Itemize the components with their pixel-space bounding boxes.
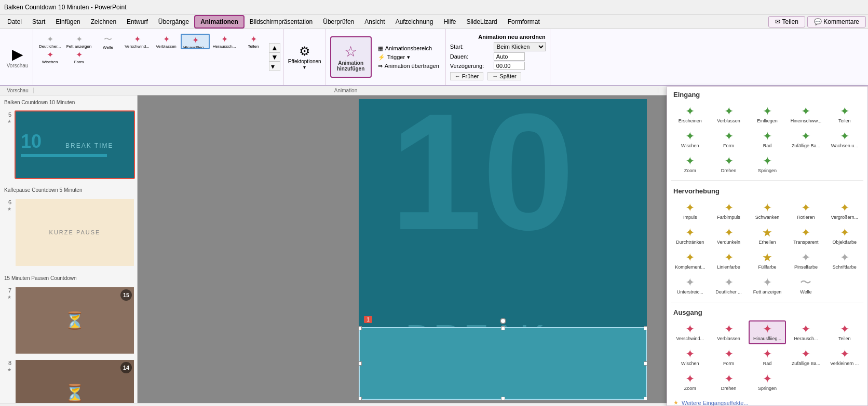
dauer-input[interactable] [494,52,525,61]
anim-zufaellige-ba-in[interactable]: ✦Zufällige Ba... [787,128,824,151]
trigger-button[interactable]: ⚡ Trigger ▾ [378,54,439,61]
further-effects-link[interactable]: ★ Weitere Eingangseffekte... [667,396,867,405]
menu-ueberpruefen[interactable]: Überprüfen [318,16,359,27]
scroll-expand-arrow[interactable]: ▾ [269,62,280,71]
anim-zufaellige-out[interactable]: ✦Zufällige Ba... [787,345,824,369]
canvas-selected-box[interactable] [359,327,647,400]
menu-start[interactable]: Start [27,16,50,27]
ribbon-anim-fett[interactable]: ✦Fett anzeigen [64,34,93,49]
menu-uebergaenge[interactable]: Übergänge [153,16,194,27]
anim-verblassen-in[interactable]: ✦Verblassen [710,103,747,127]
slide5-thumb[interactable]: 10 BREAK TIME [15,110,135,179]
slide-canvas[interactable]: 10 BREAK 1 [359,99,647,400]
ribbon-anim-teilen[interactable]: ✦Teilen [239,34,268,49]
anim-transparent[interactable]: ✦Transparent [787,224,824,248]
anim-objektfarbe[interactable]: ✦Objektfarbe [826,224,863,248]
anim-erscheinen[interactable]: ✦Erscheinen [671,103,709,127]
slide8-thumb[interactable]: ⏳ 14 [15,359,135,403]
rotate-handle[interactable] [500,318,506,324]
ribbon-anim-verschwind[interactable]: ✦Verschwind... [123,34,152,49]
anim-fett-h[interactable]: ✦Fett anzeigen [749,274,786,298]
menu-aufzeichnung[interactable]: Aufzeichnung [390,16,439,27]
slide6-thumb[interactable]: KURZE PAUSE [15,198,135,267]
slide7-thumb[interactable]: ⏳ 15 [15,286,135,355]
anim-linienfarbe[interactable]: ✦Linienfarbe [710,249,747,273]
handle-tm[interactable] [501,326,505,330]
frueher-button[interactable]: ← Früher [450,72,483,80]
menu-slidelizard[interactable]: SlideLizard [461,16,502,27]
ribbon-anim-form[interactable]: ✦Form [64,49,93,65]
anim-verkleinern[interactable]: ✦Verkleinern ... [826,345,863,369]
ribbon-anim-deutlicher[interactable]: ✦Deutlicher... [35,34,64,49]
anim-hinausfliegen-out[interactable]: ✦Hinausfliieg... [749,320,786,344]
anim-springen-out[interactable]: ✦Springen [749,370,786,394]
handle-mr[interactable] [644,361,647,366]
anim-komplement[interactable]: ✦Komplement... [671,249,709,273]
handle-tl[interactable] [359,326,362,330]
anim-drehen-in[interactable]: ✦Drehen [710,152,747,176]
anim-schriftfarbe[interactable]: ✦Schriftfarbe [826,249,863,273]
anim-verblassen-out[interactable]: ✦Verblassen [710,320,747,344]
anim-verschwind-out[interactable]: ✦Verschwind... [671,320,709,344]
anim-wachsen[interactable]: ✦Wachsen u... [826,128,863,151]
menu-hilfe[interactable]: Hilfe [438,16,461,27]
ribbon-anim-hinausfliegen[interactable]: ✦Hinausflieg... [181,34,210,49]
anim-durchtranken[interactable]: ✦Durchtränken [671,224,709,248]
anim-pinselfarbe[interactable]: ✦Pinselfarbe [787,249,824,273]
anim-drehen-out[interactable]: ✦Drehen [710,370,747,394]
anim-zoom-out[interactable]: ✦Zoom [671,370,709,394]
menu-datei[interactable]: Datei [2,16,27,27]
handle-br[interactable] [644,397,647,400]
effektoptionen-arrow[interactable]: ▾ [303,64,306,70]
scroll-up-arrow[interactable]: ▲ [269,43,280,52]
anim-teilen-out[interactable]: ✦Teilen [826,320,863,344]
handle-bm[interactable] [501,397,505,400]
anim-unterstreic[interactable]: ✦Unterstreic... [671,274,709,298]
spaeter-button[interactable]: → Später [487,72,521,80]
anim-verdunkeln[interactable]: ✦Verdunkeln [710,224,747,248]
anim-schwanken[interactable]: ✦Schwanken [749,199,786,223]
teilen-button[interactable]: ✉ Teilen [768,16,805,27]
anim-hinzufuegen-button[interactable]: ☆ Animationhinzufügen [330,36,372,78]
handle-bl[interactable] [359,397,362,400]
ribbon-anim-wischen[interactable]: ✦Wischen [35,49,64,65]
anim-impuls[interactable]: ✦Impuls [671,199,709,223]
ribbon-anim-welle[interactable]: 〜Welle [93,34,123,49]
anim-form-out[interactable]: ✦Form [710,345,747,369]
kommentare-button[interactable]: 💬 Kommentare [807,16,866,27]
effektoptionen-label[interactable]: Effektoptionen [288,59,321,64]
anim-deutlicher-h[interactable]: ✦Deutlicher ... [710,274,747,298]
anim-farbimpuls[interactable]: ✦Farbimpuls [710,199,747,223]
anim-rotieren[interactable]: ✦Rotieren [787,199,824,223]
anim-form-in[interactable]: ✦Form [710,128,747,151]
verzoegerung-input[interactable] [494,62,525,70]
anim-zoom-in[interactable]: ✦Zoom [671,152,709,176]
menu-bildschirm[interactable]: Bildschirmpräsentation [245,16,318,27]
anim-teilen-in[interactable]: ✦Teilen [826,103,863,127]
start-select[interactable]: Beim Klicken Mit vorherigem Nach vorheri… [494,42,546,51]
anim-erhellen[interactable]: ★Erhellen [749,224,786,248]
menu-entwurf[interactable]: Entwurf [121,16,153,27]
ribbon-anim-verblassen[interactable]: ✦Verblassen [152,34,181,49]
anim-welle-h[interactable]: 〜Welle [787,274,824,298]
menu-formformat[interactable]: Formformat [503,16,545,27]
anim-wischen-out[interactable]: ✦Wischen [671,345,709,369]
anim-wischen-in[interactable]: ✦Wischen [671,128,709,151]
ribbon-anim-heraussch[interactable]: ✦Heraussch... [210,34,239,49]
anim-uebertragen-button[interactable]: ⇒ Animation übertragen [378,63,439,69]
handle-tr[interactable] [644,326,647,330]
menu-zeichnen[interactable]: Zeichnen [86,16,121,27]
handle-ml[interactable] [359,361,362,366]
anim-springen-in[interactable]: ✦Springen [749,152,786,176]
anim-hineinschww[interactable]: ✦Hineinschww... [787,103,824,127]
animationsbereich-button[interactable]: ▦ Animationsbereich [378,45,439,52]
anim-einfliegen[interactable]: ✦Einfliegen [749,103,786,127]
scroll-down-arrow[interactable]: ▼ [269,52,280,62]
menu-animationen[interactable]: Animationen [194,15,245,29]
menu-einfuegen[interactable]: Einfügen [50,16,85,27]
anim-rad-in[interactable]: ✦Rad [749,128,786,151]
anim-rad-out[interactable]: ✦Rad [749,345,786,369]
menu-ansicht[interactable]: Ansicht [359,16,390,27]
anim-fuellfarbe[interactable]: ★Füllfarbe [749,249,786,273]
anim-vergroessern[interactable]: ✦Vergrößern... [826,199,863,223]
